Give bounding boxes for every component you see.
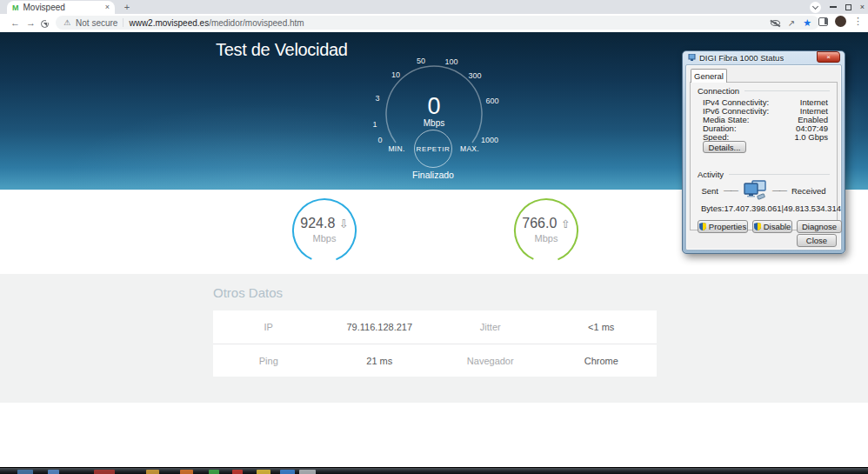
close-label: Close: [806, 236, 827, 245]
tab-general[interactable]: General: [691, 69, 727, 83]
browser-tab[interactable]: M Movispeed ×: [7, 1, 115, 14]
received-label: Received: [791, 186, 826, 196]
diagnose-button[interactable]: Diagnose: [797, 220, 842, 233]
screen: { "browser": { "tab_title": "Movispeed",…: [0, 0, 868, 474]
other-data-section: Otros Datos IP 79.116.128.217 Jitter <1 …: [0, 274, 868, 403]
download-arrow-icon: ⇩: [339, 217, 349, 230]
connection-row: Media State: Enabled: [703, 115, 828, 124]
speed-value: 1.0 Gbps: [794, 132, 828, 141]
tab-title: Movispeed: [23, 3, 65, 12]
download-result: 924.8 ⇩ Mbps: [291, 197, 357, 264]
download-value: 924.8: [300, 216, 335, 230]
ip-value: 79.116.128.217: [324, 322, 436, 332]
taskbar-icon-fragment[interactable]: [209, 470, 219, 474]
gauge-unit: Mbps: [399, 118, 469, 128]
taskbar-icon-fragment[interactable]: [180, 470, 193, 474]
disable-label: Disable: [764, 222, 791, 231]
min-label: MIN.: [388, 144, 404, 153]
taskbar-icon-fragment[interactable]: [94, 470, 115, 474]
sent-label: Sent: [701, 186, 718, 196]
profile-avatar[interactable]: [835, 16, 846, 27]
taskbar-icon-fragment[interactable]: [257, 470, 270, 474]
gauge-value: 0: [399, 93, 469, 120]
gauge-tick-0: 0: [377, 136, 382, 144]
group-divider: [744, 90, 830, 91]
url-text[interactable]: www2.movispeed.es/medidor/movispeed.htm: [129, 18, 304, 28]
forward-icon[interactable]: →: [26, 17, 36, 28]
upload-arrow-icon: ⇧: [561, 217, 571, 230]
gauge-tick-300: 300: [468, 71, 481, 80]
dialog-button-row: Properties Disable Diagnose: [698, 220, 842, 233]
side-panel-icon[interactable]: [818, 17, 828, 26]
ping-label: Ping: [213, 356, 324, 366]
close-button[interactable]: Close: [797, 234, 837, 247]
browser-toolbar: ← → ⚠ Not secure www2.movispeed.es/medid…: [0, 14, 868, 32]
reload-icon[interactable]: [41, 20, 49, 28]
other-data-heading: Otros Datos: [213, 285, 283, 300]
taskbar-icon-fragment[interactable]: [280, 470, 295, 474]
bookmark-star-icon[interactable]: ★: [803, 17, 811, 29]
taskbar-icon-fragment[interactable]: [17, 470, 33, 474]
browser-tab-strip: M Movispeed × + ×: [0, 0, 868, 14]
omnibox-divider: [123, 18, 124, 27]
taskbar-icon-fragment[interactable]: [146, 470, 159, 474]
menu-kebab-icon[interactable]: ⋮: [853, 16, 863, 27]
share-icon[interactable]: ↗: [788, 18, 795, 28]
upload-unit: Mbps: [513, 233, 579, 244]
dash-icon: ——: [724, 186, 738, 195]
dialog-close-icon[interactable]: ×: [817, 51, 840, 63]
ping-value: 21 ms: [324, 356, 436, 366]
gauge-tick-3: 3: [375, 94, 379, 103]
dialog-title: DIGI Fibra 1000 Status: [699, 53, 784, 63]
dialog-body: General Connection IPv4 Connectivity: In…: [685, 64, 842, 250]
upload-value: 766.0: [522, 216, 557, 230]
gauge-tick-1: 1: [372, 120, 377, 129]
media-state-value: Enabled: [798, 115, 828, 124]
new-tab-button[interactable]: +: [121, 2, 133, 13]
window-close-button[interactable]: ×: [860, 3, 865, 11]
dialog-titlebar[interactable]: DIGI Fibra 1000 Status: [688, 52, 784, 63]
uac-shield-icon: [699, 223, 706, 230]
general-tab-panel: Connection IPv4 Connectivity: Internet I…: [690, 82, 838, 230]
properties-button[interactable]: Properties: [698, 220, 748, 233]
page-footer-area: [0, 403, 868, 467]
back-icon[interactable]: ←: [10, 17, 20, 28]
connection-group-header: Connection: [698, 86, 830, 96]
uac-shield-icon: [754, 223, 761, 230]
properties-label: Properties: [709, 222, 746, 231]
taskbar-icon-fragment[interactable]: [48, 470, 59, 474]
url-domain: www2.movispeed.es: [129, 18, 209, 28]
taskbar-icon-fragment[interactable]: [299, 470, 316, 474]
browser-value: Chrome: [546, 356, 658, 366]
window-maximize-button[interactable]: [845, 4, 851, 10]
url-path: /medidor/movispeed.htm: [209, 18, 304, 28]
duration-value: 04:07:49: [796, 124, 828, 132]
table-row: IP 79.116.128.217 Jitter <1 ms: [213, 310, 657, 344]
connection-row: IPv4 Connectivity: Internet: [703, 97, 828, 106]
disable-button[interactable]: Disable: [752, 220, 792, 233]
tab-close-icon[interactable]: ×: [105, 3, 110, 11]
taskbar[interactable]: [0, 467, 868, 474]
chevron-down-icon[interactable]: [810, 2, 821, 13]
not-secure-label[interactable]: Not secure: [76, 18, 117, 28]
window-minimize-button[interactable]: [830, 6, 837, 8]
browser-label: Navegador: [435, 356, 546, 366]
address-bar[interactable]: ⚠ Not secure www2.movispeed.es/medidor/m…: [56, 16, 819, 30]
group-divider: [729, 174, 830, 175]
connection-heading: Connection: [698, 86, 739, 96]
taskbar-icon-fragment[interactable]: [232, 470, 243, 474]
page-title: Test de Velocidad: [216, 40, 348, 60]
received-bytes-value: 49.813.534.314: [784, 204, 841, 213]
repeat-button[interactable]: REPETIR: [414, 130, 452, 168]
ip-label: IP: [213, 322, 324, 332]
details-button[interactable]: Details...: [703, 141, 746, 153]
activity-traffic-row: Sent —— —— Received: [698, 178, 830, 203]
bytes-label: Bytes:: [701, 204, 724, 213]
connection-row: Duration: 04:07:49: [703, 124, 828, 132]
content-blocked-eye-icon[interactable]: [771, 20, 780, 26]
speed-label: Speed:: [703, 132, 729, 141]
diagnose-label: Diagnose: [802, 222, 837, 231]
duration-label: Duration:: [703, 124, 737, 132]
ipv6-value: Internet: [800, 106, 828, 115]
network-status-dialog: DIGI Fibra 1000 Status × General Connect…: [682, 50, 845, 254]
